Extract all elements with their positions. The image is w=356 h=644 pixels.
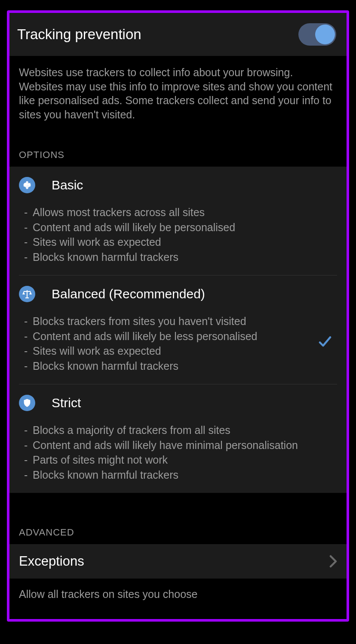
scales-icon (19, 286, 35, 302)
bullet-item: Sites will work as expected (19, 235, 311, 249)
option-header: Strict (19, 395, 337, 411)
megaphone-icon (19, 177, 35, 193)
description-text: Websites use trackers to collect info ab… (19, 65, 337, 121)
advanced-section: ADVANCED Exceptions Allow all trackers o… (9, 493, 347, 610)
bullet-item: Parts of sites might not work (19, 453, 311, 467)
exceptions-label: Exceptions (19, 554, 84, 569)
option-bullets: Blocks trackers from sites you haven't v… (19, 314, 337, 373)
tracking-prevention-toggle[interactable] (298, 23, 336, 46)
description-block: Websites use trackers to collect info ab… (9, 56, 347, 126)
options-list: Basic Allows most trackers across all si… (9, 167, 347, 493)
option-header: Basic (19, 177, 337, 193)
exceptions-row[interactable]: Exceptions (9, 544, 347, 579)
bullet-item: Blocks trackers from sites you haven't v… (19, 314, 311, 328)
chevron-right-icon (329, 555, 337, 568)
option-basic[interactable]: Basic Allows most trackers across all si… (9, 167, 347, 275)
bullet-item: Content and ads will likely have minimal… (19, 438, 311, 452)
page-title: Tracking prevention (17, 26, 141, 43)
bullet-item: Allows most trackers across all sites (19, 205, 311, 220)
option-bullets: Blocks a majority of trackers from all s… (19, 423, 337, 482)
bullet-item: Content and ads will likely be less pers… (19, 329, 311, 344)
option-header: Balanced (Recommended) (19, 286, 337, 302)
checkmark-icon (317, 334, 335, 351)
header-bar: Tracking prevention (9, 13, 347, 56)
bullet-item: Blocks a majority of trackers from all s… (19, 423, 311, 437)
option-title: Basic (52, 178, 83, 192)
bullet-item: Content and ads will likely be personali… (19, 220, 311, 235)
shield-icon (19, 395, 35, 411)
advanced-section-label: ADVANCED (9, 503, 347, 544)
exceptions-description: Allow all trackers on sites you choose (9, 579, 347, 610)
option-title: Balanced (Recommended) (52, 287, 205, 301)
bullet-item: Blocks known harmful trackers (19, 359, 311, 373)
bullet-item: Blocks known harmful trackers (19, 468, 311, 482)
option-strict[interactable]: Strict Blocks a majority of trackers fro… (9, 384, 347, 493)
svg-point-0 (24, 183, 27, 186)
options-section-label: OPTIONS (9, 126, 347, 167)
bullet-item: Sites will work as expected (19, 344, 311, 358)
bullet-item: Blocks known harmful trackers (19, 250, 311, 264)
option-title: Strict (52, 396, 81, 410)
option-bullets: Allows most trackers across all sites Co… (19, 205, 337, 264)
toggle-knob (315, 25, 335, 44)
option-balanced[interactable]: Balanced (Recommended) Blocks trackers f… (9, 276, 347, 384)
